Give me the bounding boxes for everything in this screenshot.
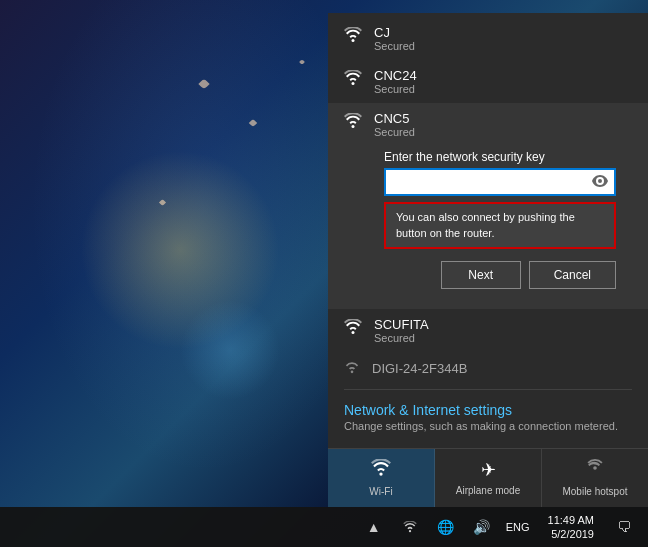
wifi-item-cnc24[interactable]: CNC24 Secured: [328, 60, 648, 103]
wifi-info-cj: CJ Secured: [374, 25, 632, 52]
glow-effect-2: [180, 300, 280, 400]
wifi-network-list: CJ Secured CNC24 Secured: [328, 13, 648, 389]
wifi-item-cnc5[interactable]: CNC5 Secured Enter the network security …: [328, 103, 648, 309]
wifi-signal-icon-cj: [344, 27, 362, 47]
quick-action-wifi[interactable]: Wi-Fi: [328, 449, 435, 507]
wifi-quick-label: Wi-Fi: [369, 486, 392, 497]
wifi-name-scufita: SCUFITA: [374, 317, 632, 332]
password-input[interactable]: [386, 171, 586, 194]
password-section: Enter the network security key You can a…: [344, 142, 632, 301]
wifi-info-scufita: SCUFITA Secured: [374, 317, 632, 344]
clock-date: 5/2/2019: [548, 527, 594, 541]
network-settings-section: Network & Internet settings Change setti…: [328, 390, 648, 440]
wifi-name-cnc5: CNC5: [374, 111, 632, 126]
system-clock[interactable]: 11:49 AM 5/2/2019: [540, 513, 602, 542]
wifi-action-buttons: Next Cancel: [384, 255, 616, 293]
wifi-quick-icon: [371, 459, 391, 482]
wifi-signal-icon-cnc5: [344, 113, 362, 133]
svg-point-0: [593, 466, 597, 470]
wifi-signal-icon-digi: [344, 360, 360, 377]
network-settings-description: Change settings, such as making a connec…: [344, 420, 632, 432]
quick-action-hotspot[interactable]: Mobile hotspot: [542, 449, 648, 507]
wifi-info-cnc24: CNC24 Secured: [374, 68, 632, 95]
notification-center-icon[interactable]: 🗨: [608, 511, 640, 543]
wifi-panel: CJ Secured CNC24 Secured: [328, 13, 648, 507]
wifi-item-cj[interactable]: CJ Secured: [328, 17, 648, 60]
quick-actions-bar: Wi-Fi ✈ Airplane mode Mobile hotspot: [328, 448, 648, 507]
network-settings-link[interactable]: Network & Internet settings: [344, 402, 632, 418]
hotspot-quick-icon: [586, 459, 604, 482]
password-input-wrapper: [384, 168, 616, 196]
wifi-signal-icon-scufita: [344, 319, 362, 339]
quick-action-airplane[interactable]: ✈ Airplane mode: [435, 449, 542, 507]
router-hint-text: You can also connect by pushing the butt…: [396, 211, 575, 238]
wifi-info-cnc5: CNC5 Secured: [374, 111, 632, 138]
wifi-item-digi[interactable]: DIGI-24-2F344B: [328, 352, 648, 385]
tray-volume-icon[interactable]: 🔊: [466, 511, 498, 543]
password-label: Enter the network security key: [384, 150, 616, 164]
cancel-button[interactable]: Cancel: [529, 261, 616, 289]
router-hint-box: You can also connect by pushing the butt…: [384, 202, 616, 249]
airplane-quick-icon: ✈: [481, 459, 496, 481]
clock-time: 11:49 AM: [548, 513, 594, 527]
wifi-name-cj: CJ: [374, 25, 632, 40]
wifi-signal-icon-cnc24: [344, 70, 362, 90]
taskbar: ▲ 🌐 🔊 ENG 11:49 AM 5/2/2019 🗨: [0, 507, 648, 547]
wifi-item-scufita[interactable]: SCUFITA Secured: [328, 309, 648, 352]
tray-arrow-icon[interactable]: ▲: [358, 511, 390, 543]
wifi-status-scufita: Secured: [374, 332, 632, 344]
system-tray: ▲ 🌐 🔊 ENG: [358, 511, 534, 543]
wifi-name-cnc24: CNC24: [374, 68, 632, 83]
wifi-item-header-cnc5: CNC5 Secured: [344, 111, 632, 138]
wifi-status-cnc24: Secured: [374, 83, 632, 95]
airplane-quick-label: Airplane mode: [456, 485, 520, 496]
next-button[interactable]: Next: [441, 261, 521, 289]
password-visibility-toggle[interactable]: [586, 170, 614, 194]
hotspot-quick-label: Mobile hotspot: [562, 486, 627, 497]
tray-globe-icon[interactable]: 🌐: [430, 511, 462, 543]
wifi-name-digi: DIGI-24-2F344B: [372, 361, 467, 376]
taskbar-right: ▲ 🌐 🔊 ENG 11:49 AM 5/2/2019 🗨: [358, 511, 640, 543]
wifi-status-cnc5: Secured: [374, 126, 632, 138]
tray-wifi-icon[interactable]: [394, 511, 426, 543]
wifi-status-cj: Secured: [374, 40, 632, 52]
language-indicator[interactable]: ENG: [502, 521, 534, 533]
